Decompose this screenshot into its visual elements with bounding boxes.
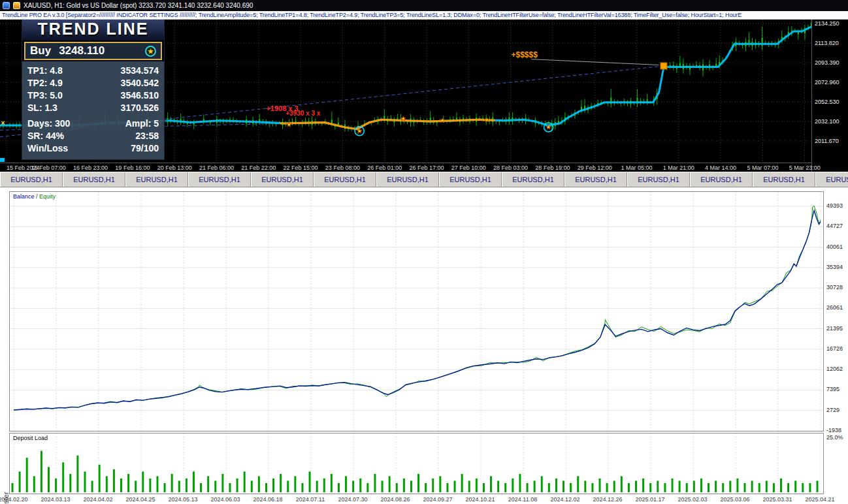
svg-text:★: ★ [400,115,406,122]
balance-axis-label: 26061 [826,304,847,311]
tester-date-label: 2024.10.21 [465,496,495,503]
svg-text:×: × [1,119,5,127]
app-icon [3,2,10,9]
tester-date-label: 2024.04.25 [125,496,155,503]
chart-tab-eurusd[interactable]: EURUSD,H1 [439,172,502,187]
sr-time-row: SR: 44% 23:58 [27,130,159,142]
time-axis-label: 21 Feb 22:00 [241,165,276,171]
chart-tab-eurusd[interactable]: EURUSD,H1 [188,172,251,187]
time-axis-label: 20 Feb 13:00 [157,165,192,171]
time-axis-label: 22 Feb 15:00 [284,165,318,171]
time-axis-label: 28 Feb 03:00 [493,165,528,171]
tp2-label: TP2: 4.9 [27,77,63,89]
winloss-row: Win/Loss 79/100 [27,142,159,155]
sl-row: SL: 1.3 3170.526 [27,102,159,114]
days-ampl-row: Days: 300 Ampl: 5 [27,118,159,130]
deposit-load-chart[interactable]: Deposit Load [9,433,824,494]
chart-tab-eurusd[interactable]: EURUSD,H1 [376,172,439,187]
window-titlebar[interactable]: XAUUSD, H1: Gold vs US Dollar (spot) 323… [0,0,848,11]
price-scale[interactable]: 2134.2502113.8202093.3902072.9602052.530… [811,20,848,172]
time-axis-label: 16 Feb 23:00 [73,165,108,171]
price-scale-label: 2052.530 [815,99,840,105]
tester-date-label: 2024.06.03 [210,496,240,503]
time-axis-label: 29 Feb 12:00 [578,165,612,171]
winloss-label: Win/Loss [27,142,68,155]
winloss-value: 79/100 [131,142,159,155]
svg-text:★: ★ [484,116,490,123]
balance-axis-label: 21395 [826,325,847,332]
time-axis-label: 1 Mar 21:00 [663,165,694,171]
svg-text:★: ★ [357,127,363,134]
chart-tabs-bar: EURUSD,H1EURUSD,H1EURUSD,H1EURUSD,H1EURU… [0,172,848,187]
deposit-max-label: 25.0% [826,434,843,441]
time-axis-label: 28 Feb 19:00 [535,165,570,171]
panel-title: TREND LINE [22,20,164,40]
star-icon: ★ [145,46,156,57]
time-axis-label: 19 Feb 16:00 [115,165,150,171]
tester-date-label: 2025.01.17 [635,496,664,503]
chart-tab-eurusd[interactable]: EURUSD,H1 [690,172,753,187]
chart-tab-eurusd[interactable]: EURUSD,H1 [251,172,314,187]
ampl-label: Ampl: 5 [125,118,159,130]
chart-tab-eurusd[interactable]: EURUSD,H1 [63,172,125,187]
balance-chart[interactable]: Balance / Equity [9,191,824,432]
tester-date-label: 2024.06.18 [253,496,282,503]
balance-axis-label: 44727 [826,223,847,229]
price-scale-label: 2134.250 [815,20,840,27]
price-scale-label: 2093.390 [815,59,840,66]
chart-tab-eurusd[interactable]: EURUSD,H1 [314,172,376,187]
price-scale-label: 2072.960 [815,79,840,86]
chart-icon [13,2,20,9]
balance-axis-label: 49393 [826,202,847,209]
time-axis-label: 21 Feb 06:00 [199,165,234,171]
balance-axis-label: 7395 [826,386,847,392]
countdown-label: 23:58 [135,130,159,142]
mt4-window: XAUUSD, H1: Gold vs US Dollar (spot) 323… [0,0,848,504]
time-axis-label: 27 Feb 10:00 [451,165,486,171]
chart-tab-eurusd[interactable]: EURUSD,H1 [125,172,188,187]
tp1-row: TP1: 4.8 3534.574 [27,65,159,77]
time-axis-label: 23 Feb 08:00 [325,165,360,171]
time-axis-label: 4 Mar 14:00 [705,165,736,171]
tester-date-label: 2024.07.30 [338,496,367,503]
svg-text:★: ★ [286,121,292,128]
tester-date-label: 2024.05.13 [168,496,197,503]
chart-tab-eurusd[interactable]: EURUSD,H1 [627,172,690,187]
chart-legend: Balance / Equity [13,193,56,200]
tp2-value: 3540.542 [121,77,159,89]
balance-axis-label: 40061 [826,244,847,250]
balance-chart-canvas[interactable] [10,192,823,431]
tester-date-label: 2025.03.31 [762,496,792,503]
strategy-tester-report: Strategy Tester Balance / Equity 4939344… [0,187,848,504]
price-chart[interactable]: ★★★★★★+1908 x 3+3930 x 3 x+$$$$$× TREND … [0,20,848,172]
buy-signal-button[interactable]: Buy 3248.110 ★ [24,42,162,60]
sl-label: SL: 1.3 [27,102,57,114]
tester-date-label: 2024.12.26 [593,496,622,503]
chart-tab-eurusd[interactable]: EURUSD,H1 [0,172,63,187]
tester-date-label: 2024.07.11 [296,496,325,503]
tester-date-label: 2024.02.20 [0,496,28,503]
indicator-settings-line: TrendLine PRO EA v.3.0 [Separator2=/////… [0,11,848,20]
time-axis-label: 26 Feb 01:00 [367,165,402,171]
tp2-row: TP2: 4.9 3540.542 [27,77,159,89]
price-scale-label: 2011.670 [815,138,839,144]
tester-date-label: 2024.04.02 [83,496,112,503]
chart-tab-eurusd[interactable]: EURUSD,H1 [564,172,627,187]
tp1-value: 3534.574 [121,65,159,77]
sl-value: 3170.526 [121,102,159,114]
balance-axis-label: 16728 [826,345,847,352]
panel-body: TP1: 4.8 3534.574 TP2: 4.9 3540.542 TP3:… [22,61,164,159]
chart-tab-eurusd[interactable]: EURUSD,H1 [753,172,815,187]
tp3-label: TP3: 5.0 [27,89,63,102]
tester-date-label: 2024.09.27 [423,496,452,503]
chart-tab-eurusd[interactable]: EURUSD,H1 [815,172,848,187]
time-axis-label: 16 Feb 07:00 [31,165,66,171]
price-scale-label: 2113.820 [815,40,839,46]
window-title: XAUUSD, H1: Gold vs US Dollar (spot) 323… [24,2,253,9]
tester-date-label: 2024.08.26 [380,496,410,503]
svg-text:★: ★ [439,117,445,124]
tp1-label: TP1: 4.8 [27,65,63,77]
time-axis[interactable]: 15 Feb 202416 Feb 07:0016 Feb 23:0019 Fe… [0,163,811,172]
chart-tab-eurusd[interactable]: EURUSD,H1 [502,172,564,187]
legend-equity: Equity [39,193,56,200]
